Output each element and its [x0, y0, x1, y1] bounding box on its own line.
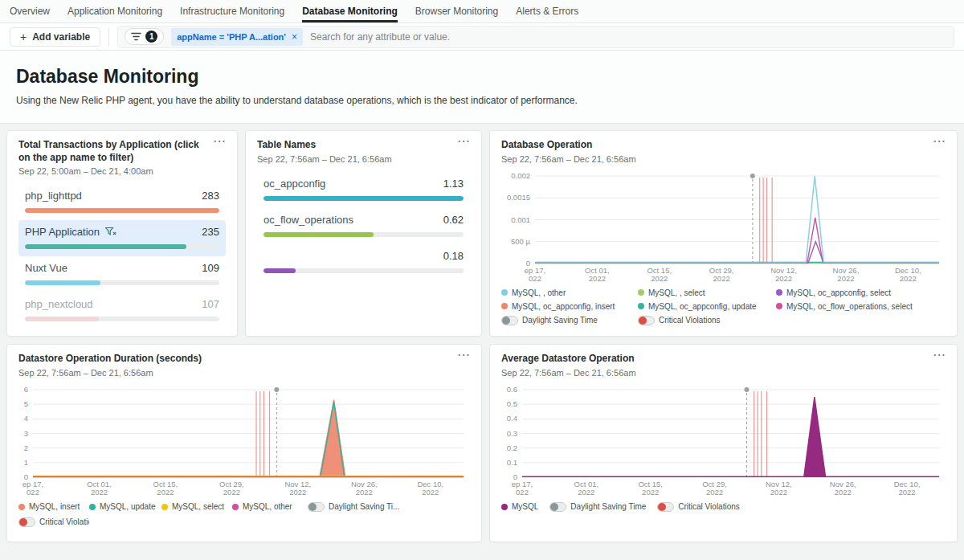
- card-menu-button[interactable]: ⋯: [213, 133, 227, 149]
- svg-text:2022: 2022: [899, 488, 916, 497]
- filter-remove-icon[interactable]: [105, 227, 116, 236]
- chart-svg: 0.60.50.40.30.20.10ep 17,022Oct 01,2022O…: [501, 382, 946, 497]
- legend-label: MySQL: [512, 502, 538, 511]
- bar-fill: [25, 317, 99, 321]
- svg-text:5: 5: [24, 399, 28, 408]
- legend-color-dot: [501, 303, 508, 309]
- svg-text:022: 022: [27, 488, 39, 497]
- legend-toggle-item[interactable]: Critical Violations: [638, 316, 776, 325]
- bar-label[interactable]: php_nextcloud: [25, 298, 93, 310]
- bar-value: 235: [202, 226, 219, 238]
- legend-item[interactable]: MySQL, select: [161, 502, 232, 512]
- card-title: Datastore Operation Duration (seconds): [18, 353, 470, 366]
- funnel-icon: [131, 32, 141, 41]
- svg-text:2022: 2022: [900, 274, 917, 283]
- bar-label[interactable]: oc_flow_operations: [263, 214, 353, 226]
- legend-item[interactable]: MySQL, oc_flow_operations, select: [776, 302, 946, 311]
- toggle-switch[interactable]: [549, 502, 566, 512]
- search-input[interactable]: Search for any attribute or value.: [310, 31, 450, 43]
- chart-canvas: 0.60.50.40.30.20.10ep 17,022Oct 01,2022O…: [501, 382, 946, 497]
- legend-label: MySQL, other: [243, 502, 292, 511]
- svg-text:0.5: 0.5: [507, 399, 517, 408]
- legend-item[interactable]: MySQL, oc_appconfig, select: [776, 288, 946, 297]
- toggle-switch[interactable]: [638, 316, 655, 325]
- bar-row[interactable]: php_lighttpd283: [18, 184, 226, 220]
- legend-item[interactable]: MySQL, oc_appconfig, update: [638, 302, 776, 311]
- bar-label[interactable]: oc_appconfig: [263, 178, 325, 190]
- svg-text:2: 2: [24, 443, 28, 452]
- legend-label: Daylight Saving Ti...: [329, 502, 399, 511]
- bar-value: 1.13: [443, 178, 464, 190]
- filter-button[interactable]: 1: [125, 28, 164, 45]
- svg-text:2022: 2022: [157, 488, 174, 497]
- legend-toggle-item[interactable]: Daylight Saving Time: [501, 316, 638, 325]
- filter-chip[interactable]: appName = 'PHP A...ation' ×: [171, 28, 303, 46]
- bar-label[interactable]: PHP Application: [25, 226, 100, 238]
- add-variable-button[interactable]: + Add variable: [10, 27, 100, 47]
- bar-row[interactable]: oc_appconfig1.13: [257, 172, 470, 208]
- legend-color-dot: [232, 504, 239, 510]
- svg-text:2022: 2022: [770, 488, 787, 497]
- bar-row[interactable]: Nuxt Vue109: [18, 256, 226, 292]
- bar-track: [25, 280, 219, 285]
- tab-overview[interactable]: Overview: [10, 0, 50, 22]
- card-title: Average Datastore Operation: [501, 353, 946, 366]
- tab-application-monitoring[interactable]: Application Monitoring: [67, 0, 162, 22]
- svg-text:022: 022: [516, 488, 529, 497]
- card-total-transactions: Total Transactions by Application (click…: [6, 130, 238, 337]
- legend-item[interactable]: MySQL, , other: [501, 288, 638, 297]
- card-menu-button[interactable]: ⋯: [933, 347, 947, 362]
- bar-fill: [263, 196, 464, 201]
- legend-toggle-item[interactable]: Daylight Saving Ti...: [308, 502, 470, 512]
- bar-label[interactable]: Nuxt Vue: [25, 262, 67, 274]
- top-nav: Overview Application Monitoring Infrastr…: [0, 0, 964, 23]
- svg-text:4: 4: [24, 414, 28, 423]
- card-menu-button[interactable]: ⋯: [457, 347, 472, 362]
- bar-row[interactable]: 0.18: [257, 244, 470, 280]
- legend-item[interactable]: MySQL, other: [232, 502, 308, 512]
- bar-row[interactable]: PHP Application235: [18, 220, 226, 256]
- bar-value: 0.62: [443, 214, 464, 226]
- legend-label: Critical Violations: [678, 502, 740, 511]
- toggle-switch[interactable]: [657, 502, 674, 512]
- bar-list: oc_appconfig1.13oc_flow_operations0.620.…: [257, 172, 470, 280]
- dashboard-grid: Total Transactions by Application (click…: [0, 124, 964, 556]
- tab-infrastructure-monitoring[interactable]: Infrastructure Monitoring: [180, 0, 284, 22]
- card-menu-button[interactable]: ⋯: [457, 133, 472, 149]
- svg-text:0.0015: 0.0015: [507, 193, 530, 202]
- legend-label: Critical Violations: [39, 517, 89, 526]
- chip-close-icon[interactable]: ×: [292, 31, 297, 43]
- tab-database-monitoring[interactable]: Database Monitoring: [302, 0, 398, 22]
- bar-label[interactable]: php_lighttpd: [25, 190, 82, 202]
- chart-svg: 0.0020.00150.001500 µ0ep 17,022Oct 01,20…: [501, 169, 946, 283]
- tab-alerts-errors[interactable]: Alerts & Errors: [516, 0, 578, 22]
- bar-value: 107: [202, 298, 219, 310]
- svg-text:3: 3: [24, 428, 28, 437]
- legend-item[interactable]: MySQL, oc_appconfig, insert: [501, 302, 638, 311]
- toggle-switch[interactable]: [501, 316, 518, 325]
- toggle-switch[interactable]: [18, 517, 35, 527]
- legend-item[interactable]: MySQL, update: [89, 502, 161, 512]
- chart-legend: MySQLDaylight Saving TimeCritical Violat…: [501, 502, 946, 512]
- bar-fill: [25, 280, 100, 285]
- svg-text:500 µ: 500 µ: [511, 236, 530, 245]
- legend-toggle-item[interactable]: Critical Violations: [18, 517, 89, 527]
- legend-item[interactable]: MySQL, , select: [638, 288, 776, 297]
- legend-color-dot: [89, 504, 96, 510]
- legend-item[interactable]: MySQL: [501, 502, 538, 512]
- bar-track: [25, 317, 219, 321]
- legend-item[interactable]: MySQL, insert: [18, 502, 89, 512]
- bar-track: [263, 196, 464, 201]
- legend-toggle-item[interactable]: Daylight Saving Time: [549, 502, 646, 512]
- legend-label: MySQL, , select: [648, 288, 705, 297]
- toggle-switch[interactable]: [308, 502, 325, 512]
- tab-browser-monitoring[interactable]: Browser Monitoring: [415, 0, 498, 22]
- bar-row-head: PHP Application235: [25, 226, 219, 238]
- bar-row[interactable]: oc_flow_operations0.62: [257, 208, 470, 244]
- legend-toggle-item[interactable]: Critical Violations: [657, 502, 740, 512]
- card-menu-button[interactable]: ⋯: [933, 133, 947, 149]
- card-average-datastore-operation: Average Datastore Operation Sep 22, 7:56…: [489, 344, 958, 542]
- legend-label: MySQL, insert: [29, 502, 80, 511]
- bar-row[interactable]: php_nextcloud107: [18, 292, 226, 329]
- bar-row-head: Nuxt Vue109: [25, 262, 219, 274]
